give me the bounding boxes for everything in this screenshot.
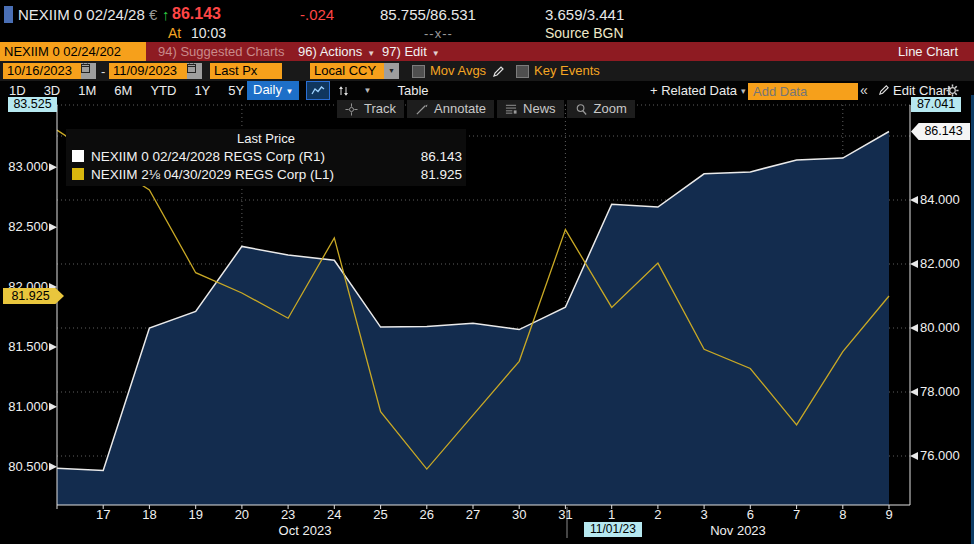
left-axis-last-price-badge: 81.925 — [3, 288, 64, 304]
right-axis-tick-label: 82.000 — [920, 256, 960, 271]
magnifier-icon — [575, 103, 588, 116]
right-axis-last-price-badge: 86.143 — [911, 123, 970, 140]
crosshair-icon — [345, 103, 358, 116]
x-axis-tick-label: 20 — [222, 508, 262, 522]
news-list-icon — [505, 103, 517, 115]
x-axis-tick-label: 27 — [453, 508, 493, 522]
x-axis-tick-label: 26 — [407, 508, 447, 522]
track-button[interactable]: Track — [337, 100, 404, 118]
event-date-badge: 11/01/23 — [584, 522, 642, 537]
left-axis-high-badge: 83.525 — [8, 97, 57, 112]
annotate-pencil-icon — [415, 103, 428, 116]
month-label-nov: Nov 2023 — [693, 523, 783, 538]
bloomberg-line-chart-window: NEXIIM 0 02/24/28 € ↑ 86.143 -.024 85.75… — [0, 0, 974, 544]
x-axis-tick-label: 2 — [638, 508, 678, 522]
x-axis-tick-label: 23 — [268, 508, 308, 522]
right-axis-tick-label: 84.000 — [920, 192, 960, 207]
x-axis-tick-label: 9 — [869, 508, 909, 522]
x-axis-tick-label: 3 — [684, 508, 724, 522]
x-axis-tick-label: 18 — [129, 508, 169, 522]
left-axis-tick-label: 80.500 — [2, 459, 48, 474]
legend-row[interactable]: NEXIIM 2⅛ 04/30/2029 REGS Corp (L1) 81.9… — [70, 165, 462, 183]
chart-legend: Last Price NEXIIM 0 02/24/2028 REGS Corp… — [66, 129, 466, 186]
news-button[interactable]: News — [497, 100, 564, 118]
left-axis-tick-label: 83.000 — [2, 159, 48, 174]
x-axis-tick-label: 25 — [361, 508, 401, 522]
right-axis-tick-label: 76.000 — [920, 448, 960, 463]
month-label-oct: Oct 2023 — [260, 523, 350, 538]
legend-title: Last Price — [70, 130, 462, 147]
x-axis-tick-label: 31 — [545, 508, 585, 522]
chart-toolbar: Track Annotate News Zoom — [337, 100, 635, 118]
series-swatch — [72, 150, 84, 162]
right-axis-tick-label: 80.000 — [920, 320, 960, 335]
price-chart[interactable] — [0, 0, 974, 544]
x-axis-tick-label: 1 — [592, 508, 632, 522]
zoom-button[interactable]: Zoom — [567, 100, 635, 118]
x-axis-tick-label: 17 — [83, 508, 123, 522]
series-swatch — [72, 168, 84, 180]
x-axis-tick-label: 6 — [730, 508, 770, 522]
left-axis-tick-label: 81.500 — [2, 339, 48, 354]
left-axis-tick-label: 81.000 — [2, 399, 48, 414]
right-axis-tick-label: 78.000 — [920, 384, 960, 399]
x-axis-tick-label: 7 — [777, 508, 817, 522]
x-axis-tick-label: 19 — [176, 508, 216, 522]
x-axis-tick-label: 24 — [314, 508, 354, 522]
annotate-button[interactable]: Annotate — [407, 100, 494, 118]
x-axis-tick-label: 8 — [823, 508, 863, 522]
left-axis-tick-label: 82.500 — [2, 219, 48, 234]
legend-row[interactable]: NEXIIM 0 02/24/2028 REGS Corp (R1) 86.14… — [70, 147, 462, 165]
x-axis-tick-label: 30 — [499, 508, 539, 522]
right-axis-high-badge: 87.041 — [911, 97, 961, 112]
